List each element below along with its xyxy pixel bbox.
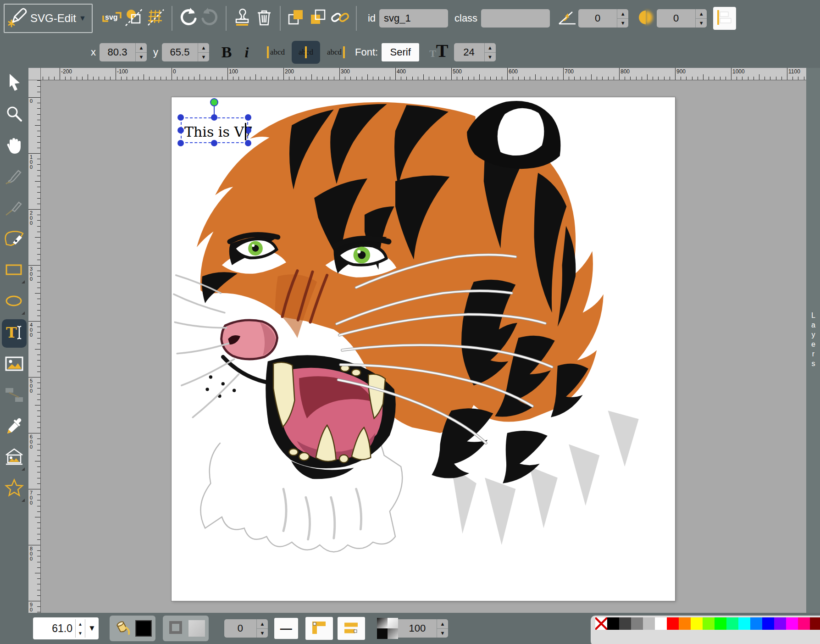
y-spinner[interactable]: ▲ ▼ — [198, 43, 209, 61]
tool-path[interactable] — [2, 226, 27, 254]
stroke-width-input[interactable]: 0 — [224, 619, 256, 638]
palette-swatch[interactable] — [738, 617, 750, 630]
tool-pencil[interactable] — [2, 163, 27, 192]
move-to-bottom-button[interactable] — [307, 7, 329, 29]
undo-button[interactable] — [177, 7, 199, 29]
stroke-color-swatch[interactable] — [188, 620, 205, 637]
font-family-button[interactable]: Serif — [382, 43, 419, 61]
palette-swatch[interactable] — [667, 617, 679, 630]
palette-swatch[interactable] — [691, 617, 703, 630]
stroke-color-control[interactable] — [163, 616, 209, 641]
tool-star[interactable] — [2, 475, 27, 504]
x-spinner[interactable]: ▲ ▼ — [135, 43, 147, 61]
palette-swatch[interactable] — [786, 617, 798, 630]
spinner-up-icon[interactable]: ▲ — [437, 619, 448, 629]
palette-swatch[interactable] — [631, 617, 643, 630]
spinner-up-icon[interactable]: ▲ — [485, 43, 496, 53]
main-menu-button[interactable]: SVG-Edit ▼ — [4, 4, 93, 33]
spinner-up-icon[interactable]: ▲ — [257, 619, 268, 629]
palette-swatch[interactable] — [655, 617, 667, 630]
rotation-handle[interactable] — [210, 98, 218, 106]
spinner-up-icon[interactable]: ▲ — [617, 9, 628, 19]
tool-pan[interactable] — [2, 132, 27, 161]
tool-select[interactable] — [2, 70, 27, 98]
palette-swatch[interactable] — [607, 617, 619, 630]
palette-swatch[interactable] — [703, 617, 715, 630]
opacity-input[interactable]: 100 — [398, 619, 437, 638]
tool-ellipse[interactable] — [2, 288, 27, 316]
tool-shape-library[interactable] — [2, 444, 27, 472]
delete-button[interactable] — [253, 7, 275, 29]
palette-swatch[interactable] — [643, 617, 655, 630]
selection-handle-s[interactable] — [211, 140, 217, 146]
align-button[interactable] — [713, 7, 736, 30]
spinner-up-icon[interactable]: ▲ — [696, 9, 707, 19]
spinner-down-icon[interactable]: ▼ — [136, 53, 147, 62]
selection-handle-ne[interactable] — [245, 114, 251, 121]
blur-input[interactable]: 0 — [657, 9, 695, 28]
tool-image[interactable] — [2, 350, 27, 379]
fill-color-control[interactable] — [110, 616, 155, 641]
font-size-spinner[interactable]: ▲ ▼ — [484, 43, 496, 61]
id-input[interactable]: svg_1 — [379, 9, 448, 28]
spinner-down-icon[interactable]: ▼ — [617, 19, 628, 28]
palette-swatch[interactable] — [762, 617, 774, 630]
selection-handle-se[interactable] — [245, 140, 251, 146]
palette-swatch[interactable] — [774, 617, 786, 630]
spinner-up-icon[interactable]: ▲ — [76, 619, 85, 628]
tool-text[interactable]: T — [2, 319, 27, 348]
spinner-up-icon[interactable]: ▲ — [198, 43, 209, 53]
text-anchor-middle-button[interactable]: abcd — [292, 41, 320, 64]
clone-button[interactable] — [231, 7, 253, 29]
text-anchor-end-button[interactable]: abcd — [320, 41, 349, 64]
layers-panel-toggle[interactable]: Layers — [806, 68, 820, 613]
stroke-dash-button[interactable]: — — [274, 618, 298, 639]
stroke-linejoin-button[interactable] — [305, 617, 333, 640]
zoom-spinner[interactable]: ▲ ▼ — [75, 619, 85, 638]
spinner-down-icon[interactable]: ▼ — [437, 629, 448, 638]
class-input[interactable] — [481, 9, 550, 28]
stroke-width-spinner[interactable]: ▲ ▼ — [256, 619, 268, 638]
tool-connector[interactable] — [2, 382, 27, 410]
blur-spinner[interactable]: ▲ ▼ — [695, 9, 707, 28]
palette-swatch[interactable] — [679, 617, 691, 630]
font-size-input[interactable]: 24 — [454, 43, 484, 61]
bold-button[interactable]: B — [216, 41, 237, 63]
selection-handle-w[interactable] — [177, 127, 184, 133]
palette-swatch[interactable] — [726, 617, 738, 630]
tool-zoom[interactable] — [2, 101, 27, 129]
zoom-dropdown-arrow[interactable]: ▼ — [88, 624, 96, 633]
y-input[interactable]: 65.5 — [162, 43, 198, 61]
palette-swatch[interactable] — [619, 617, 631, 630]
tool-line[interactable] — [2, 194, 27, 223]
angle-input[interactable]: 0 — [578, 9, 617, 28]
tool-eyedropper[interactable] — [2, 413, 27, 441]
angle-spinner[interactable]: ▲ ▼ — [617, 9, 628, 28]
opacity-spinner[interactable]: ▲ ▼ — [437, 619, 448, 638]
palette-swatch[interactable] — [798, 617, 810, 630]
workspace[interactable]: -200-10001002003004005006007008009001000… — [28, 68, 806, 613]
grid-snap-button[interactable] — [145, 7, 167, 29]
move-to-top-button[interactable] — [285, 7, 307, 29]
wireframe-button[interactable] — [123, 7, 145, 29]
palette-swatch[interactable] — [810, 617, 820, 630]
selection-handle-sw[interactable] — [177, 140, 184, 146]
fill-color-swatch[interactable] — [135, 620, 152, 637]
spinner-down-icon[interactable]: ▼ — [257, 629, 268, 638]
spinner-down-icon[interactable]: ▼ — [696, 19, 707, 28]
tool-rectangle[interactable] — [2, 257, 27, 285]
palette-swatch[interactable] — [750, 617, 762, 630]
italic-button[interactable]: i — [237, 41, 257, 63]
text-anchor-start-button[interactable]: abcd — [263, 41, 292, 64]
make-link-button[interactable] — [329, 7, 351, 29]
spinner-up-icon[interactable]: ▲ — [136, 43, 147, 53]
source-button[interactable]: svg — [101, 7, 123, 29]
spinner-down-icon[interactable]: ▼ — [76, 628, 85, 638]
spinner-down-icon[interactable]: ▼ — [198, 53, 209, 62]
zoom-input[interactable]: 61.0 — [38, 622, 72, 635]
svg-canvas[interactable]: This is V7 — [172, 97, 675, 601]
spinner-down-icon[interactable]: ▼ — [485, 53, 496, 62]
palette-swatch[interactable] — [715, 617, 726, 630]
palette-swatch-none[interactable] — [595, 617, 607, 630]
redo-button[interactable] — [199, 7, 221, 29]
